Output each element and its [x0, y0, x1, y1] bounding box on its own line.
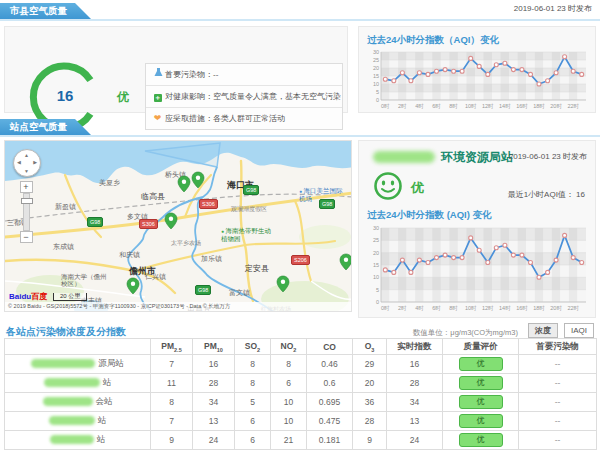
svg-text:12时: 12时 — [482, 305, 494, 311]
value-cell: 21 — [271, 431, 307, 450]
value-cell: 24 — [387, 431, 443, 450]
grade-cell: 优 — [443, 374, 519, 393]
value-cell: 0.6 — [307, 374, 353, 393]
map-label: 新盈镇 — [55, 203, 76, 211]
column-header: NO2 — [271, 339, 307, 355]
map-label: 加乐镇 — [201, 255, 222, 263]
recent-aqi-value: 16 — [576, 190, 585, 199]
value-cell: 0.695 — [307, 393, 353, 412]
grade-badge: 优 — [459, 395, 503, 409]
map-pan-control[interactable]: ▲ ▼ ◀ ▶ — [13, 149, 41, 177]
value-cell: 6 — [235, 431, 271, 450]
svg-text:18时: 18时 — [533, 103, 545, 109]
svg-text:6时: 6时 — [432, 305, 441, 311]
svg-text:2时: 2时 — [398, 103, 407, 109]
station-pin-icon[interactable] — [191, 171, 205, 189]
flask-icon — [152, 64, 163, 85]
primary-pollutant-cell: -- — [519, 393, 597, 412]
map-label: 仁兴镇 — [145, 273, 166, 281]
section-header-city: 市县空气质量 — [0, 3, 91, 19]
svg-text:20时: 20时 — [550, 305, 562, 311]
city-aqi-panel: 16 优 首要污染物：-- ＋对健康影响：空气质量令人满意，基本无空气污染 ❤应… — [4, 26, 348, 113]
info-value: -- — [213, 70, 218, 79]
svg-text:15: 15 — [373, 262, 379, 268]
section-header-station: 站点空气质量 — [0, 119, 91, 135]
zoom-in-button[interactable]: + — [20, 181, 33, 193]
svg-text:14时: 14时 — [499, 103, 511, 109]
value-cell: 8 — [271, 355, 307, 374]
zoom-slider-handle[interactable] — [21, 198, 33, 204]
pan-right-icon[interactable]: ▶ — [33, 159, 37, 165]
column-header: SO2 — [235, 339, 271, 355]
svg-text:8时: 8时 — [449, 103, 458, 109]
map-label: 海南大学（儋州校区） — [61, 273, 107, 287]
svg-text:22时: 22时 — [567, 103, 579, 109]
value-cell: 13 — [387, 412, 443, 431]
table-row: 会站8345100.6953634优-- — [5, 393, 597, 412]
value-cell: 11 — [151, 374, 193, 393]
svg-text:30: 30 — [373, 49, 379, 55]
station-name-cell: 站 — [5, 412, 151, 431]
toggle-concentration[interactable]: 浓度 — [528, 323, 558, 338]
value-cell: 16 — [193, 355, 235, 374]
value-cell: 10 — [271, 412, 307, 431]
toggle-iaqi[interactable]: IAQI — [564, 323, 594, 338]
value-cell: 16 — [387, 355, 443, 374]
svg-text:30: 30 — [373, 225, 379, 231]
zoom-slider[interactable] — [23, 193, 30, 231]
svg-text:22时: 22时 — [567, 305, 579, 311]
station-pin-icon[interactable] — [164, 212, 178, 230]
info-value: 空气质量令人满意，基本无空气污染 — [213, 92, 341, 101]
value-cell: 7 — [151, 355, 193, 374]
grade-cell: 优 — [443, 393, 519, 412]
smiley-face-icon — [373, 171, 403, 201]
station-name-redacted — [49, 416, 95, 425]
station-pin-icon[interactable] — [126, 277, 140, 295]
table-row: 站1128860.62028优-- — [5, 374, 597, 393]
table-row: 源局站716880.462916优-- — [5, 355, 597, 374]
zoom-out-button[interactable]: − — [20, 231, 33, 243]
map-zoom-control: + − — [19, 181, 33, 243]
value-cell: 36 — [353, 393, 387, 412]
value-cell: 13 — [193, 412, 235, 431]
pan-left-icon[interactable]: ◀ — [17, 159, 21, 165]
recent-aqi: 最近1小时AQI值： 16 — [508, 189, 585, 200]
svg-text:20: 20 — [373, 250, 379, 256]
map-label: 美夏乡 — [99, 179, 120, 187]
health-icon: ＋ — [152, 86, 163, 107]
map-base — [5, 141, 352, 312]
station-pin-icon[interactable] — [339, 253, 352, 271]
map-attribution: © 2019 Baidu - GS(2018)5572号 - 甲测资字11009… — [5, 302, 351, 311]
station-pin-icon[interactable] — [276, 275, 290, 293]
svg-text:18时: 18时 — [533, 305, 545, 311]
primary-pollutant-cell: -- — [519, 431, 597, 450]
station-name-redacted — [31, 359, 95, 368]
value-cell: 28 — [387, 374, 443, 393]
table-title: 各站点污染物浓度及分指数 — [6, 325, 126, 339]
svg-text:10: 10 — [373, 81, 379, 87]
value-cell: 10 — [271, 393, 307, 412]
aqi-value: 16 — [43, 87, 87, 104]
baidu-logo[interactable]: Baidu百度 — [9, 291, 47, 302]
chart-title-station: 过去24小时分指数 (AQI) 变化 — [367, 209, 492, 222]
column-header: PM2.5 — [151, 339, 193, 355]
pan-up-icon[interactable]: ▲ — [24, 152, 29, 158]
station-name-redacted — [373, 151, 435, 163]
station-pin-icon[interactable] — [177, 175, 191, 193]
unit-note: 数值单位：μg/m3(CO为mg/m3) — [413, 328, 518, 338]
map-scale: 20 公里 — [53, 293, 87, 301]
column-header: 实时指数 — [387, 339, 443, 355]
baidu-map[interactable]: 海口市儋州市临高县定安县屯昌县桥头镇美夏乡新盈镇多文镇三都镇东成镇和庆镇仁兴镇南… — [4, 140, 352, 312]
svg-text:0时: 0时 — [381, 305, 390, 311]
grade-cell: 优 — [443, 412, 519, 431]
svg-text:20时: 20时 — [550, 103, 562, 109]
map-label: 东成镇 — [53, 243, 74, 251]
value-cell: 20 — [353, 374, 387, 393]
svg-text:10时: 10时 — [465, 305, 477, 311]
table-row: 站7136100.4752813优-- — [5, 412, 597, 431]
map-label: 定安县 — [245, 265, 269, 273]
station-name-cell: 会站 — [5, 393, 151, 412]
value-cell: 0.475 — [307, 412, 353, 431]
pan-down-icon[interactable]: ▼ — [24, 168, 29, 174]
value-cell: 6 — [235, 412, 271, 431]
